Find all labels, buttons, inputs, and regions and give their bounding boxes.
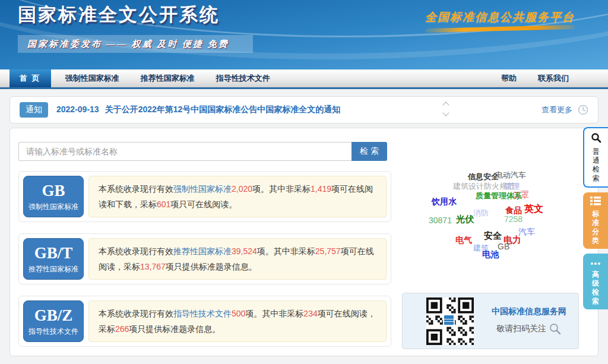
description-red-highlight: 234 [303,309,317,318]
card-description: 本系统收录现行有效强制性国家标准2,020项。其中非采标1,419项可在线阅读和… [88,176,387,217]
word-cloud: 信息安全电动汽车建筑设计防火规范管理质量管理体系口罩饮用水消防食品英文30871… [410,168,588,266]
standard-card-gb-t: GB/T推荐性国家标准本系统收录现行有效推荐性国家标准39,524项。其中非采标… [18,233,391,284]
description-text: 项。其中非采标 [257,246,315,256]
card-code: GB [42,182,65,200]
dots-icon [590,258,601,268]
qr-center-logo [443,314,455,326]
cloud-term[interactable]: GB [498,242,509,251]
cloud-term[interactable]: 英文 [524,203,543,216]
content-area: 通知 2022-09-13关于公开2022年第12号中国国家标准公告中国家标准全… [0,89,608,356]
side-tab-group: 普通检索标准分类高级检索 [581,127,608,314]
cloud-term[interactable]: 光伏 [456,214,474,225]
nav-item-home[interactable]: 首 页 [10,69,51,87]
description-blue-highlight: 指导性技术文件 [173,309,232,318]
description-red-highlight: 25,757 [315,246,341,256]
description-red-highlight: 2,020 [232,184,252,194]
side-tab-label: 高级检索 [592,270,599,306]
card-type-label: 指导性技术文件 [28,327,78,337]
standard-card-gb-z: GB/Z指导性技术文件本系统收录现行有效指导性技术文件500项。其中非采标234… [18,296,391,347]
nav-item-mandatory-standards[interactable]: 强制性国家标准 [65,69,119,87]
description-text: 项。其中非采标 [252,184,311,194]
card-type-label: 强制性国家标准 [28,202,78,212]
search-icon [591,132,601,145]
description-text: 项。其中非采标 [245,309,303,318]
description-blue-highlight: 推荐性国家标准 [173,246,232,256]
cloud-term[interactable]: 7258 [504,214,522,224]
notice-scroll-controls [444,103,448,115]
list-icon [590,197,601,208]
side-tab-simple-search[interactable]: 普通检索 [583,127,608,188]
standards-card-list: GB强制性国家标准本系统收录现行有效强制性国家标准2,020项。其中非采标1,4… [18,171,391,358]
notice-badge: 通知 [20,102,48,118]
cloud-term[interactable]: 电气 [455,235,472,246]
clock-icon [578,105,588,115]
description-blue-highlight: 强制性国家标准 [173,184,232,194]
qr-code [426,297,474,345]
description-text: 本系统收录现行有效 [99,184,173,194]
cloud-term[interactable]: 电动汽车 [495,170,526,181]
card-badge[interactable]: GB/Z指导性技术文件 [23,300,84,342]
nav-right-group: 帮助联系我们 [501,69,569,87]
view-more-link[interactable]: 查看更多 [542,105,572,115]
site-header: 国家标准全文公开系统 国家标准委发布 —— 权威 及时 便捷 免费 全国标准信息… [0,0,608,69]
qr-hint: 敬请扫码关注 [492,322,566,335]
platform-logo[interactable]: 全国标准信息公共服务平台 [425,10,575,31]
cloud-term[interactable]: 电池 [482,249,499,260]
card-description: 本系统收录现行有效推荐性国家标准39,524项。其中非采标25,757项可在线阅… [88,238,387,280]
search-input[interactable] [18,142,352,161]
card-type-label: 推荐性国家标准 [28,264,78,274]
nav-item-help[interactable]: 帮助 [501,69,517,87]
nav-item-contact-us[interactable]: 联系我们 [538,69,569,87]
card-badge[interactable]: GB/T推荐性国家标准 [23,238,84,280]
description-red-highlight: 500 [232,309,245,318]
notice-date: 2022-09-13 [56,105,99,114]
card-badge[interactable]: GB强制性国家标准 [23,176,84,217]
description-text: 项只可在线阅读。 [170,200,237,209]
description-text: 本系统收录现行有效 [99,246,173,256]
search-button[interactable]: 检 索 [352,142,387,161]
notice-title: 关于公开2022年第12号中国国家标准公告中国家标准全文的通知 [105,105,341,114]
page: 国家标准全文公开系统 国家标准委发布 —— 权威 及时 便捷 免费 全国标准信息… [0,0,608,364]
cloud-term[interactable]: 饮用水 [432,197,457,207]
platform-logo-text: 全国标准信息公共服务平台 [425,10,575,25]
cloud-term[interactable]: 消防 [473,208,489,219]
description-red-highlight: 1,419 [311,184,331,194]
description-text: 本系统收录现行有效 [99,309,173,318]
qr-text-block: 中国标准信息服务网 敬请扫码关注 [492,306,566,335]
description-red-highlight: 39,524 [232,246,257,256]
standard-card-gb: GB强制性国家标准本系统收录现行有效强制性国家标准2,020项。其中非采标1,4… [18,171,391,222]
notice-link[interactable]: 2022-09-13关于公开2022年第12号中国国家标准公告中国家标准全文的通… [56,105,340,115]
notice-bar: 通知 2022-09-13关于公开2022年第12号中国国家标准公告中国家标准全… [10,96,598,124]
side-tab-standard-category[interactable]: 标准分类 [583,192,608,249]
nav-item-recommended-standards[interactable]: 推荐性国家标准 [141,69,195,87]
description-red-highlight: 601 [157,200,170,209]
site-subtitle: 国家标准委发布 —— 权威 及时 便捷 免费 [18,35,253,53]
description-text: 项只提供标准题录信息。 [129,324,220,334]
nav-item-guiding-documents[interactable]: 指导性技术文件 [216,69,270,87]
site-title: 国家标准全文公开系统 [18,2,220,27]
qr-panel: 中国标准信息服务网 敬请扫码关注 [402,293,579,349]
chevron-up-icon[interactable] [442,102,449,108]
side-tab-label: 普通检索 [593,147,600,183]
main-panel: 检 索 GB强制性国家标准本系统收录现行有效强制性国家标准2,020项。其中非采… [10,128,598,356]
chevron-down-icon[interactable] [442,109,449,116]
nav-left-group: 首 页强制性国家标准推荐性国家标准指导性技术文件 [10,69,292,87]
more-wrap: 查看更多 [542,105,588,115]
cloud-term[interactable]: 口罩 [512,190,529,201]
card-code: GB/T [34,244,73,262]
cloud-term[interactable]: 安全 [484,230,502,242]
main-nav: 首 页强制性国家标准推荐性国家标准指导性技术文件 帮助联系我们 [0,69,608,89]
magnifier-icon [549,322,562,335]
cloud-term[interactable]: 30871 [429,216,452,225]
side-tab-label: 标准分类 [592,210,599,245]
qr-site-name: 中国标准信息服务网 [492,306,566,317]
description-red-highlight: 266 [115,324,129,334]
qr-hint-text: 敬请扫码关注 [496,324,546,334]
card-description: 本系统收录现行有效指导性技术文件500项。其中非采标234项可在线阅读，采标26… [88,300,387,342]
description-text: 项只提供标准题录信息。 [166,262,257,271]
side-tab-advanced-search[interactable]: 高级检索 [583,254,608,309]
description-red-highlight: 13,767 [140,262,166,271]
card-code: GB/Z [34,306,73,325]
